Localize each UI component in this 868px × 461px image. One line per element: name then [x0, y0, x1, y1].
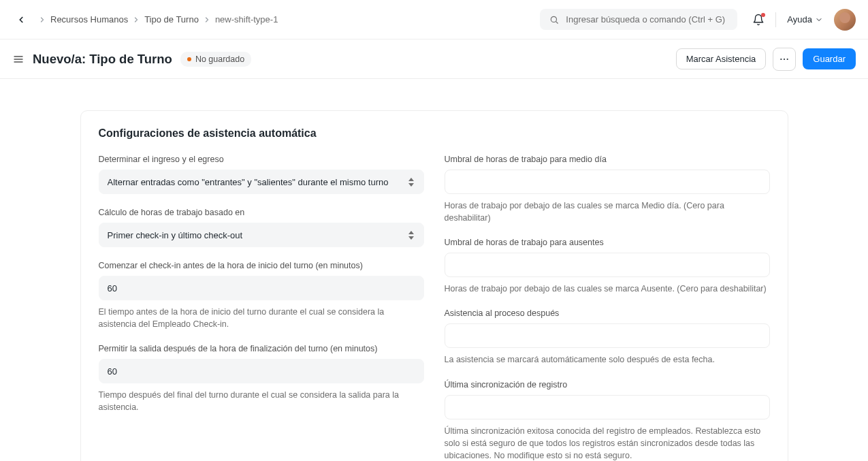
help-label: Ayuda [787, 14, 812, 25]
breadcrumb-item-current: new-shift-type-1 [215, 14, 278, 25]
page-title: Nuevo/a: Tipo de Turno [33, 52, 172, 67]
svg-line-1 [556, 21, 558, 23]
svg-point-6 [784, 58, 785, 59]
calc-hours-value: Primer check-in y último check-out [108, 230, 402, 240]
status-text: No guardado [195, 54, 244, 64]
select-caret-icon [407, 229, 415, 240]
determine-checkin-value: Alternar entradas como "entrantes" y "sa… [108, 177, 402, 187]
save-button[interactable]: Guardar [803, 48, 856, 69]
breadcrumb-item-hr[interactable]: Recursos Humanos [50, 14, 128, 25]
status-dot [187, 57, 191, 61]
chevron-right-icon [203, 16, 211, 24]
calc-hours-select[interactable]: Primer check-in y último check-out [99, 223, 424, 247]
svg-point-5 [781, 58, 782, 59]
chevron-right-icon [132, 16, 140, 24]
half-day-threshold-input[interactable] [445, 170, 770, 194]
process-after-help: La asistencia se marcará automáticamente… [445, 353, 770, 366]
help-dropdown[interactable]: Ayuda [787, 14, 823, 25]
svg-point-7 [787, 58, 788, 59]
half-day-threshold-help: Horas de trabajo por debajo de las cuale… [445, 200, 770, 224]
begin-before-input[interactable]: 60 [99, 276, 424, 300]
allow-after-help: Tiempo después del final del turno duran… [99, 389, 424, 413]
notifications-button[interactable] [752, 14, 765, 26]
breadcrumb-item-shift-type[interactable]: Tipo de Turno [144, 14, 199, 25]
auto-attendance-section: Configuraciones de asistencia automática… [80, 110, 788, 461]
allow-after-label: Permitir la salida después de la hora de… [99, 344, 424, 353]
search-placeholder: Ingresar búsqueda o comando (Ctrl + G) [566, 14, 725, 25]
process-after-input[interactable] [445, 323, 770, 348]
last-sync-help: Última sincronización exitosa conocida d… [445, 425, 770, 462]
status-badge: No guardado [180, 52, 251, 67]
begin-before-help: El tiempo antes de la hora de inicio del… [99, 306, 424, 330]
chevron-down-icon [815, 16, 823, 24]
allow-after-input[interactable]: 60 [99, 359, 424, 383]
allow-after-value: 60 [108, 366, 117, 377]
determine-checkin-label: Determinar el ingreso y el egreso [99, 155, 424, 164]
chevron-right-icon [38, 16, 46, 24]
process-after-label: Asistencia al proceso después [445, 308, 770, 318]
search-input[interactable]: Ingresar búsqueda o comando (Ctrl + G) [540, 9, 737, 30]
breadcrumb: Recursos Humanos Tipo de Turno new-shift… [38, 14, 278, 25]
determine-checkin-select[interactable]: Alternar entradas como "entrantes" y "sa… [99, 170, 424, 194]
begin-before-label: Comenzar el check-in antes de la hora de… [99, 261, 424, 270]
absent-threshold-label: Umbral de horas de trabajo para ausentes [445, 238, 770, 247]
avatar[interactable] [834, 9, 856, 31]
mark-attendance-button[interactable]: Marcar Asistencia [676, 48, 767, 69]
begin-before-value: 60 [108, 283, 117, 293]
calc-hours-label: Cálculo de horas de trabajo basado en [99, 208, 424, 217]
absent-threshold-input[interactable] [445, 253, 770, 277]
more-menu-button[interactable] [773, 48, 796, 71]
divider [775, 12, 776, 27]
notification-dot [761, 13, 765, 17]
absent-threshold-help: Horas de trabajo por debajo de las cuale… [445, 283, 770, 295]
half-day-threshold-label: Umbral de horas de trabajo para medio dí… [445, 155, 770, 164]
last-sync-label: Última sincronización de registro [445, 380, 770, 390]
back-button[interactable] [12, 11, 30, 29]
select-caret-icon [407, 176, 415, 187]
search-icon [549, 15, 559, 25]
section-title: Configuraciones de asistencia automática [99, 127, 770, 140]
last-sync-input[interactable] [445, 395, 770, 419]
menu-icon[interactable] [12, 54, 25, 65]
